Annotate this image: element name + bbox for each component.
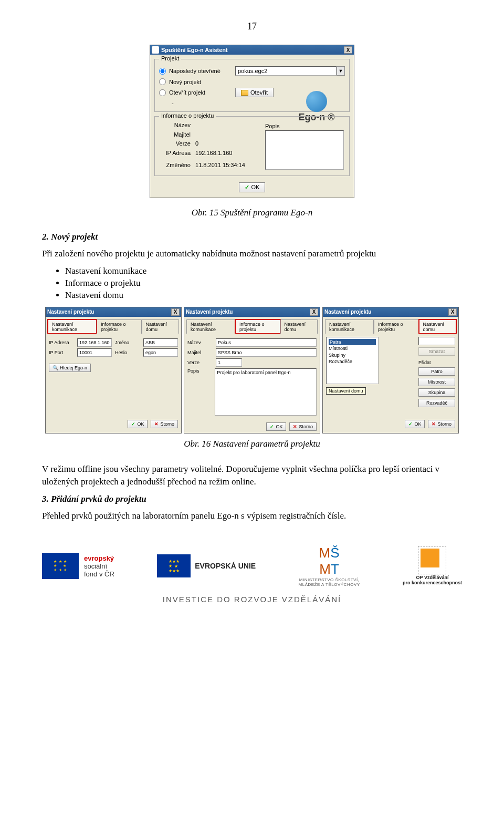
input-port[interactable]	[77, 348, 112, 357]
msmt-line1: MINISTERSTVO ŠKOLSTVÍ,	[299, 577, 360, 583]
opvk-line2: pro konkurenceschopnost	[403, 581, 462, 586]
cancel-button[interactable]: ✕Storno	[289, 422, 317, 431]
input-item-name[interactable]	[418, 337, 455, 345]
open-button-label: Otevřít	[250, 89, 268, 96]
section-3-title: 3. Přidání prvků do projektu	[42, 494, 462, 504]
input-verze[interactable]	[216, 358, 242, 367]
tab-comm[interactable]: Nastavení komunikace	[325, 319, 374, 334]
lbl-ip: IP Adresa	[49, 340, 75, 345]
tab-info[interactable]: Informace o projektu	[374, 319, 418, 334]
figure-caption-16: Obr. 16 Nastavení parametrů projektu	[42, 439, 462, 449]
check-icon: ✓	[408, 421, 413, 427]
tab-comm[interactable]: Nastavení komunikace	[48, 319, 97, 334]
btn-label: Hledej Ego-n	[60, 365, 87, 370]
input-name[interactable]	[143, 338, 178, 347]
tab-info[interactable]: Informace o projektu	[235, 319, 280, 334]
close-icon[interactable]: X	[171, 308, 180, 316]
tab-house[interactable]: Nastavení domu	[142, 319, 179, 334]
ok-button[interactable]: ✓OK	[405, 420, 425, 428]
tab-house[interactable]: Nastavení domu	[419, 319, 456, 334]
recent-file-input[interactable]	[235, 66, 337, 76]
close-icon[interactable]: X	[310, 308, 318, 316]
ok-button[interactable]: ✓ OK	[239, 182, 266, 192]
val-version: 0	[195, 140, 198, 147]
ok-label: OK	[251, 184, 260, 190]
input-pass[interactable]	[143, 348, 178, 357]
val-ip: 192.168.1.160	[195, 150, 232, 156]
logo-opvk: OP Vzdělávání pro konkurenceschopnost	[403, 546, 462, 586]
radio-open-project[interactable]: Otevřít projekt	[159, 89, 230, 96]
add-group-button[interactable]: Skupina	[418, 388, 455, 397]
opvk-icon	[418, 546, 446, 574]
tree-item[interactable]: Rozvaděče	[329, 358, 376, 365]
textarea-popis[interactable]: Projekt pro laboratorní panel Ego-n	[215, 368, 317, 416]
lbl-name: Jméno	[115, 340, 141, 345]
lbl-ip: IP Adresa	[159, 149, 191, 158]
popis-textarea[interactable]	[265, 130, 344, 170]
delete-button: Smazat	[418, 347, 455, 356]
info-right: Popis	[265, 123, 344, 170]
logo-eu: ★★★★ ★★★★ EVROPSKÁ UNIE	[157, 554, 256, 577]
open-button[interactable]: Otevřít	[235, 88, 274, 97]
input-nazev[interactable]	[216, 338, 317, 347]
dialog-settings-comm: Nastavení projektu X Nastavení komunikac…	[45, 307, 182, 433]
lbl-majitel: Majitel	[187, 350, 214, 355]
radio-label: Naposledy otevřené	[169, 68, 220, 74]
lbl-name: Název	[159, 121, 191, 130]
titlebar: Nastavení projektu X	[46, 307, 181, 317]
lbl-add: Přidat	[418, 360, 455, 365]
lbl-version: Verze	[159, 139, 191, 149]
cancel-button[interactable]: ✕Storno	[151, 420, 178, 428]
cancel-button[interactable]: ✕Storno	[428, 420, 455, 428]
input-majitel[interactable]	[216, 348, 317, 357]
close-icon: ✕	[154, 421, 159, 427]
figure-caption-15: Obr. 15 Spuštění programu Ego-n	[42, 208, 462, 218]
titlebar: Nastavení projektu X	[184, 307, 320, 317]
radio-input[interactable]	[159, 89, 166, 96]
chevron-down-icon[interactable]: ▼	[337, 66, 345, 76]
eu-flag-icon: ★★★★ ★★★★	[157, 554, 191, 577]
footer-logos: ★ ★ ★★ ★★ ★ ★ evropský sociální fond v Č…	[42, 545, 462, 587]
ok-button[interactable]: ✓OK	[266, 422, 286, 431]
radio-input[interactable]	[159, 78, 166, 85]
list-item: Informace o projektu	[65, 278, 462, 288]
app-icon	[152, 46, 159, 54]
close-icon[interactable]: X	[344, 46, 352, 54]
lbl-owner: Majitel	[159, 130, 191, 140]
tree-item-selected[interactable]: Patra	[329, 339, 376, 346]
search-egon-button[interactable]: 🔍Hledej Ego-n	[49, 364, 91, 372]
section-3-text: Přehled prvků použitých na laboratorním …	[42, 510, 462, 523]
lbl-pass: Heslo	[115, 350, 141, 355]
close-icon[interactable]: X	[448, 308, 457, 316]
section-2-intro: Při založení nového projektu je automati…	[42, 247, 462, 261]
tree-item[interactable]: Skupiny	[329, 352, 376, 359]
radio-recently-opened[interactable]: Naposledy otevřené	[159, 68, 230, 75]
page-number: 17	[42, 21, 462, 32]
titlebar: Nastavení projektu X	[323, 307, 458, 317]
close-icon: ✕	[293, 424, 297, 429]
titlebar-text: Nastavení projektu	[47, 309, 94, 315]
esf-line2: sociální	[84, 562, 114, 570]
tooltip: Nastavení domu	[326, 387, 366, 395]
check-icon: ✓	[131, 421, 135, 427]
tree-item[interactable]: Místnosti	[329, 345, 376, 352]
ok-button[interactable]: ✓OK	[128, 420, 148, 428]
add-room-button[interactable]: Místnost	[418, 378, 455, 386]
dialog-settings-info: Nastavení projektu X Nastavení komunikac…	[184, 307, 320, 433]
lbl-verze: Verze	[187, 360, 214, 365]
group-legend: Informace o projektu	[159, 112, 216, 119]
group-info: Informace o projektu Název Majitel Verze…	[154, 116, 350, 176]
radio-new-project[interactable]: Nový projekt	[159, 78, 230, 85]
tab-house[interactable]: Nastavení domu	[280, 319, 318, 334]
recent-file-dropdown[interactable]: ▼	[235, 66, 345, 76]
tab-info[interactable]: Informace o projektu	[97, 319, 141, 334]
add-floor-button[interactable]: Patro	[418, 367, 455, 376]
eu-flag-icon: ★ ★ ★★ ★★ ★ ★	[42, 553, 79, 579]
msmt-line2: MLÁDEŽE A TĚLOVÝCHOVY	[299, 582, 360, 587]
radio-input[interactable]	[159, 68, 166, 75]
lbl-port: IP Port	[49, 350, 75, 355]
tree-view[interactable]: Patra Místnosti Skupiny Rozvaděče	[326, 337, 379, 384]
tab-comm[interactable]: Nastavení komunikace	[186, 319, 235, 334]
input-ip[interactable]	[77, 338, 112, 347]
add-panel-button[interactable]: Rozvaděč	[418, 399, 455, 407]
